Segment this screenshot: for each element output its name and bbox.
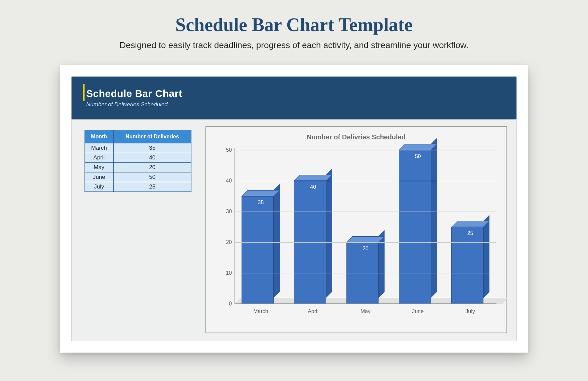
table-cell-deliveries: 50 <box>113 172 191 182</box>
chart-y-tick: 30 <box>219 209 232 215</box>
chart-bar-side <box>431 138 437 298</box>
chart-bar-slot: 35 <box>235 150 287 304</box>
table-cell-month: May <box>85 163 114 172</box>
chart-bar-value-label: 20 <box>362 246 369 252</box>
chart-bar-value-label: 40 <box>310 184 316 190</box>
chart-plot-area: 3540205025 01020304050 <box>235 150 496 304</box>
chart-gridline <box>235 150 496 150</box>
chart-gridline <box>235 273 496 273</box>
chart-bar-top <box>399 144 437 150</box>
table-row: May20 <box>85 163 191 172</box>
chart-x-labels: MarchAprilMayJuneJuly <box>235 308 496 317</box>
table-row: July25 <box>85 182 191 192</box>
chart-bar-front <box>451 227 483 304</box>
table-cell-deliveries: 35 <box>113 143 191 153</box>
table-row: April40 <box>85 153 191 163</box>
table-cell-month: March <box>85 143 114 153</box>
table-row: March35 <box>85 143 191 153</box>
banner: Schedule Bar Chart Number of Deliveries … <box>71 77 517 119</box>
page-subtitle: Designed to easily track deadlines, prog… <box>0 40 588 50</box>
chart-gridline <box>235 212 496 212</box>
chart-bar-top <box>242 190 280 196</box>
chart-x-label: June <box>392 308 444 317</box>
chart-y-tick: 20 <box>219 239 232 245</box>
chart-y-tick: 50 <box>219 147 232 153</box>
chart-gridline <box>235 181 496 181</box>
template-card: Schedule Bar Chart Number of Deliveries … <box>60 65 528 353</box>
chart-y-tick: 40 <box>219 178 232 184</box>
chart-gridline <box>235 304 496 304</box>
banner-title: Schedule Bar Chart <box>86 88 517 99</box>
chart-bar-front <box>242 196 274 304</box>
chart-bar: 35 <box>242 196 280 304</box>
table-cell-month: July <box>85 182 114 192</box>
chart-container: Number of Delivries Scheduled 3540205025… <box>205 126 507 333</box>
table-cell-month: June <box>85 172 114 182</box>
page-title: Schedule Bar Chart Template <box>0 0 588 35</box>
data-table: Month Number of Deliveries March35April4… <box>85 130 191 192</box>
chart-bar-side <box>274 184 280 298</box>
chart-bar-slot: 20 <box>339 150 392 304</box>
banner-accent <box>83 84 85 101</box>
chart-title: Number of Delivries Scheduled <box>206 127 506 141</box>
table-row: June50 <box>85 172 191 182</box>
table-header-deliveries: Number of Deliveries <box>113 130 191 143</box>
table-cell-month: April <box>85 153 114 163</box>
chart-y-tick: 10 <box>219 270 232 276</box>
chart-x-label: April <box>287 308 339 317</box>
chart-bar-top <box>346 236 385 242</box>
table-cell-deliveries: 25 <box>113 182 191 192</box>
chart-bar-slot: 25 <box>444 150 496 304</box>
banner-subtitle: Number of Deliveries Scheduled <box>86 101 517 108</box>
chart-gridline <box>235 242 496 243</box>
table-header-month: Month <box>85 130 114 143</box>
chart-x-label: March <box>235 308 287 317</box>
chart-bar-value-label: 35 <box>258 200 264 206</box>
chart-bar-top <box>451 221 489 227</box>
chart-bar-front <box>399 150 431 304</box>
table-cell-deliveries: 20 <box>113 163 191 172</box>
chart-bar-side <box>483 215 489 298</box>
chart-bar: 25 <box>451 227 489 304</box>
chart-bar-slot: 40 <box>287 150 339 304</box>
chart-x-label: May <box>339 308 392 317</box>
chart-bars: 3540205025 <box>235 150 496 304</box>
chart-bar-slot: 50 <box>392 150 444 304</box>
chart-bar-value-label: 25 <box>467 230 473 236</box>
chart-bar-side <box>326 169 332 298</box>
chart-x-label: July <box>444 308 496 317</box>
chart-bar: 50 <box>399 150 437 304</box>
content-area: Month Number of Deliveries March35April4… <box>71 119 517 341</box>
chart-bar-value-label: 50 <box>415 153 421 159</box>
table-cell-deliveries: 40 <box>113 153 191 163</box>
chart-y-tick: 0 <box>219 301 232 307</box>
chart-bar-top <box>294 175 332 181</box>
